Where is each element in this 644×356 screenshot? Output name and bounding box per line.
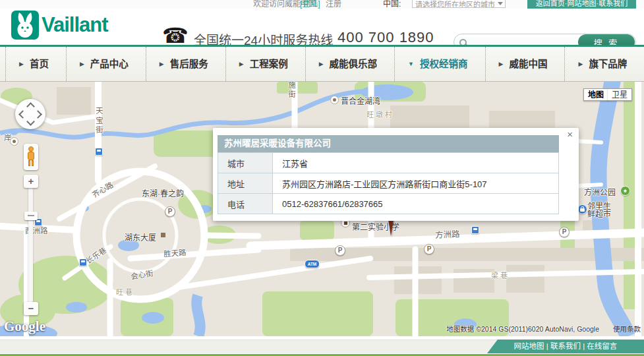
map-label-nanshi: 南施街	[286, 82, 297, 100]
park-tree-icon[interactable]: ♠	[620, 186, 630, 196]
hotline-number: 400 700 1890	[337, 29, 434, 46]
site-header: Vaillant ☎ 全国统一24小时服务热线 400 700 1890 全国统…	[0, 9, 644, 45]
region-select[interactable]: 请选择您所在地区的城市	[412, 0, 506, 8]
nav-item-products[interactable]: ▶产品中心	[66, 47, 146, 81]
nav-item-service[interactable]: ▶售后服务	[146, 47, 225, 81]
map-label-jinhe: 晋合金湖湾	[341, 95, 380, 106]
register-link[interactable]: 注册	[326, 0, 341, 9]
dealer-info-table: 城市 江苏省 地址 苏州园区方洲路店-工业园区方洲路新街口商业街5-107 电话…	[218, 152, 559, 214]
dealer-name: 苏州曜居采暖设备有限公司	[218, 135, 559, 152]
arrow-right-icon: ▶	[19, 61, 24, 67]
pan-left-icon[interactable]	[18, 110, 27, 119]
pan-up-icon[interactable]	[26, 102, 35, 111]
arrow-right-icon: ▶	[319, 61, 324, 67]
pegman-icon	[27, 146, 35, 167]
row-label: 地址	[218, 173, 273, 194]
map-label-hudong: 湖东大厦	[125, 231, 156, 243]
main-nav: ▶首页 ▶产品中心 ▶售后服务 ▶工程案例 ▶威能俱乐部 ▼授权经销商 ▶威能中…	[0, 47, 644, 82]
map-label-wangxiang: 旺巷	[116, 286, 134, 297]
poi-dot-icon[interactable]	[330, 96, 339, 104]
nav-item-china[interactable]: ▶威能中国	[485, 47, 565, 81]
login-link[interactable]: [登陆]	[300, 0, 320, 9]
chevron-down-icon	[498, 2, 503, 5]
top-utility-bar: 欢迎访问威能中国 [登陆] 注册 中国: 请选择您所在地区的城市 返回首页·网站…	[0, 0, 644, 9]
parking-icon[interactable]: P	[559, 227, 570, 237]
map-label-liangxiang: 梁巷	[491, 270, 510, 280]
row-value: 0512-62837661/62837665	[273, 194, 559, 214]
nav-item-home[interactable]: ▶首页	[5, 47, 66, 81]
vaillant-logo[interactable]: Vaillant	[11, 10, 108, 40]
nav-item-brands[interactable]: ▶旗下品牌	[564, 47, 644, 81]
row-value: 苏州园区方洲路店-工业园区方洲路新街口商业街5-107	[273, 173, 559, 194]
arrow-right-icon: ▶	[578, 61, 583, 67]
row-label: 电话	[218, 194, 273, 214]
map-label-fangzhou-park: 方洲公园	[584, 186, 616, 197]
street-view-pegman[interactable]	[24, 144, 38, 170]
map-label-tianbao: 天宝街	[94, 107, 104, 136]
vaillant-china-page: 欢迎访问威能中国 [登陆] 注册 中国: 请选择您所在地区的城市 返回首页·网站…	[0, 0, 644, 356]
map-attribution: 地图数据 ©2014 GS(2011)6020 AutoNavi, Google	[446, 324, 599, 334]
arrow-right-icon: ▶	[80, 61, 84, 67]
shopping-icon[interactable]	[577, 204, 587, 214]
building-dot-icon	[161, 233, 165, 237]
arrow-right-icon: ▶	[499, 61, 504, 67]
nav-item-dealers[interactable]: ▼授权经销商	[394, 47, 484, 81]
map-label-linli-2: 鲜超市	[587, 208, 611, 219]
row-label: 城市	[218, 153, 273, 173]
site-footer: 网站地图 | 联系我们 | 在线留言	[0, 336, 644, 356]
pan-right-icon[interactable]	[34, 110, 42, 119]
bus-stop-icon[interactable]	[95, 148, 103, 156]
row-value: 江苏省	[273, 153, 559, 173]
vaillant-rabbit-icon	[11, 10, 40, 40]
nav-item-cases[interactable]: ▶工程案例	[225, 47, 305, 81]
terms-link[interactable]: 使用条款	[613, 324, 641, 334]
quick-links[interactable]: 返回首页·网站地图·联系我们	[527, 0, 636, 9]
dealer-info-window: × 苏州曜居采暖设备有限公司 城市 江苏省 地址 苏州园区方洲路店-工业园区方洲…	[213, 128, 579, 221]
satellite-type-button[interactable]: 卫星	[608, 88, 632, 101]
dealer-map[interactable]: 东湖·春之韵 天宝街 南施街 晋合金湖湾 旺墩村 西洲路 湖东大厦 齐心路 长乐…	[0, 82, 644, 336]
zoom-slider-track[interactable]	[28, 187, 33, 303]
table-row: 地址 苏州园区方洲路店-工业园区方洲路新街口商业街5-107	[218, 173, 559, 194]
nav-item-club[interactable]: ▶威能俱乐部	[305, 47, 394, 81]
map-label-wangdun: 旺墩村	[366, 109, 394, 119]
google-logo[interactable]: Google	[4, 318, 45, 335]
map-label-shengtian: 胜天路	[163, 247, 187, 258]
map-type-button[interactable]: 地图	[583, 88, 608, 101]
map-label-fangzhou-road: 方洲路	[435, 227, 460, 241]
pan-down-icon[interactable]	[26, 117, 35, 126]
map-pan-control[interactable]	[15, 99, 45, 129]
poi-dot-icon[interactable]	[10, 137, 18, 146]
arrow-right-icon: ▶	[239, 61, 244, 67]
zoom-slider-handle[interactable]	[24, 212, 38, 220]
map-label-donghu: 东湖·春之韵	[142, 187, 184, 198]
table-row: 城市 江苏省	[218, 153, 559, 173]
atm-icon[interactable]: ATM	[305, 260, 320, 268]
footer-links[interactable]: 网站地图 | 联系我们 | 在线留言	[487, 340, 644, 353]
zoom-in-button[interactable]: +	[24, 175, 38, 188]
logo-wordmark: Vaillant	[42, 13, 108, 37]
bus-stop-icon[interactable]	[471, 226, 479, 234]
arrow-right-icon: ▶	[160, 61, 164, 67]
arrow-down-icon: ▼	[408, 61, 414, 67]
zoom-out-button[interactable]: −	[24, 302, 38, 315]
parking-icon[interactable]: P	[424, 244, 434, 254]
table-row: 电话 0512-62837661/62837665	[218, 194, 559, 214]
close-icon[interactable]: ×	[567, 129, 573, 139]
region-select-value: 请选择您所在地区的城市	[415, 1, 495, 8]
parking-icon[interactable]: P	[335, 245, 345, 256]
parking-icon[interactable]: P	[165, 206, 175, 217]
region-label: 中国:	[383, 0, 401, 9]
bus-stop-icon[interactable]	[79, 258, 87, 266]
